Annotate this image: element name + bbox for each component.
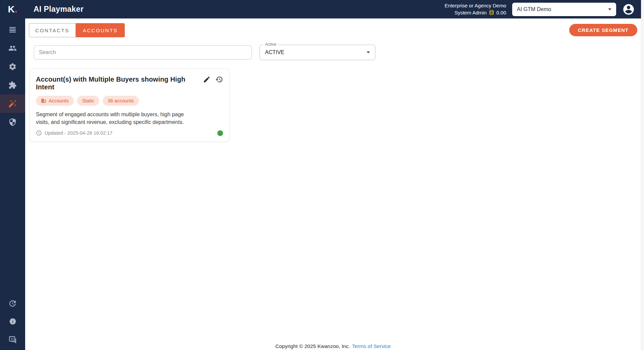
kwanzoo-logo[interactable]: K. xyxy=(0,0,25,18)
top-bar: K. AI Playmaker Enterprise or Agency Dem… xyxy=(0,0,641,18)
main-content: CONTACTS ACCOUNTS CREATE SEGMENT Active … xyxy=(25,18,641,350)
topbar-right: Enterprise or Agency Demo System Admin 0… xyxy=(445,2,641,16)
sidebar-item-info[interactable] xyxy=(0,312,25,331)
update-history-icon xyxy=(8,299,17,308)
settings-gear-icon xyxy=(8,62,17,71)
tab-accounts[interactable]: ACCOUNTS xyxy=(76,23,125,37)
org-name: Enterprise or Agency Demo xyxy=(445,2,506,9)
active-filter-value: ACTIVE xyxy=(265,49,284,55)
sidebar-nav: ?! xyxy=(0,18,25,350)
edit-segment-button[interactable] xyxy=(203,76,211,84)
edit-pencil-icon xyxy=(203,76,211,83)
terms-of-service-link[interactable]: Terms of Service xyxy=(352,343,391,349)
segment-title: Account(s) with Multiple Buyers showing … xyxy=(36,76,198,91)
filter-row: Active ACTIVE xyxy=(34,45,375,60)
workspace-select[interactable]: AI GTM Demo xyxy=(512,3,616,16)
segment-card: Account(s) with Multiple Buyers showing … xyxy=(30,69,229,142)
menu-icon xyxy=(8,26,17,34)
chip-account-count: 36 accounts xyxy=(103,96,139,106)
segment-card-header: Account(s) with Multiple Buyers showing … xyxy=(36,76,223,91)
chip-label: 36 accounts xyxy=(108,98,134,103)
page-title: AI Playmaker xyxy=(34,5,84,14)
chevron-down-icon xyxy=(367,51,370,53)
sidebar-item-support[interactable]: ?! xyxy=(0,331,25,349)
role-row: System Admin 0.00 xyxy=(445,9,506,16)
sidebar-item-ai-playmaker[interactable] xyxy=(0,94,25,113)
chip-accounts: Accounts xyxy=(36,96,74,106)
sidebar-item-updates[interactable] xyxy=(0,294,25,312)
segment-card-footer: Updated - 2025-04-28 16:02:17 xyxy=(36,130,223,136)
toolbar-row: CONTACTS ACCOUNTS CREATE SEGMENT xyxy=(29,23,637,37)
info-icon xyxy=(9,318,16,325)
app-root: K. AI Playmaker Enterprise or Agency Dem… xyxy=(0,0,644,350)
shield-icon xyxy=(8,118,17,126)
logo-dot: . xyxy=(15,4,17,15)
chip-static: Static xyxy=(77,96,99,106)
sidebar-item-settings[interactable] xyxy=(0,57,25,76)
role-label: System Admin xyxy=(454,9,487,16)
building-icon xyxy=(41,98,46,103)
copyright-text: Copyright © 2025 Kwanzoo, Inc. xyxy=(275,343,350,349)
magic-wand-icon xyxy=(8,99,17,108)
page-scrollbar[interactable] xyxy=(641,0,644,350)
history-icon xyxy=(215,76,223,83)
sidebar-item-contacts[interactable] xyxy=(0,39,25,57)
extensions-puzzle-icon xyxy=(8,81,17,89)
sidebar-item-security[interactable] xyxy=(0,113,25,131)
active-filter-label: Active xyxy=(263,42,278,47)
svg-text:?!: ?! xyxy=(11,337,14,341)
support-chat-icon: ?! xyxy=(8,336,17,344)
status-active-dot xyxy=(217,130,223,136)
segment-description: Segment of engaged accounts with multipl… xyxy=(36,111,190,126)
sidebar-item-menu[interactable] xyxy=(0,20,25,39)
account-info: Enterprise or Agency Demo System Admin 0… xyxy=(445,2,506,16)
segment-updated-timestamp: Updated - 2025-04-28 16:02:17 xyxy=(45,130,112,136)
sidebar-item-extensions[interactable] xyxy=(0,76,25,94)
active-filter-select[interactable]: Active ACTIVE xyxy=(260,45,375,60)
chip-label: Static xyxy=(82,98,94,103)
credits-value: 0.00 xyxy=(496,9,506,16)
segment-type-tabs: CONTACTS ACCOUNTS xyxy=(29,23,125,37)
coins-icon xyxy=(489,10,494,15)
segment-chips: Accounts Static 36 accounts xyxy=(36,96,223,106)
search-input[interactable] xyxy=(34,45,252,59)
logo-k: K xyxy=(8,4,14,15)
workspace-select-value: AI GTM Demo xyxy=(517,6,551,12)
chevron-down-icon xyxy=(608,8,611,10)
create-segment-button[interactable]: CREATE SEGMENT xyxy=(569,24,637,36)
page-footer: Copyright © 2025 Kwanzoo, Inc.Terms of S… xyxy=(25,343,641,349)
user-avatar[interactable] xyxy=(622,3,635,16)
account-circle-icon xyxy=(622,3,635,16)
segment-history-button[interactable] xyxy=(215,76,223,84)
clock-icon xyxy=(36,130,42,136)
sidebar-bottom: ?! xyxy=(0,294,25,350)
tab-contacts[interactable]: CONTACTS xyxy=(29,23,76,37)
chip-label: Accounts xyxy=(49,98,69,103)
people-icon xyxy=(8,44,17,52)
